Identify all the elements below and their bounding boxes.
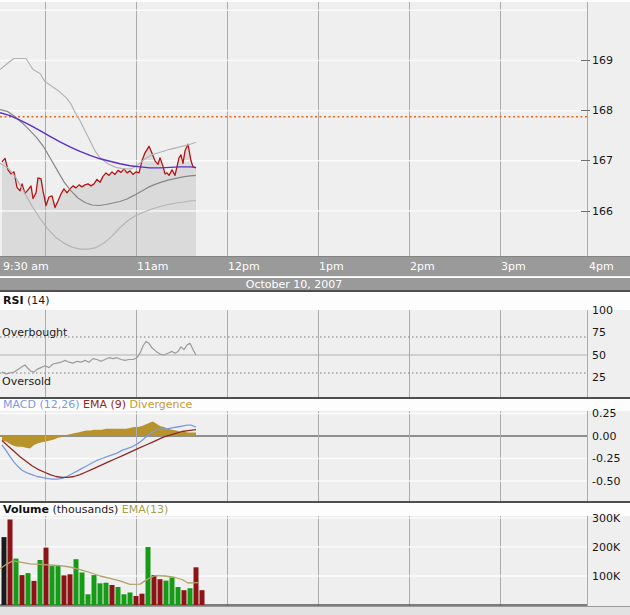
rsi-period: (14): [24, 294, 50, 307]
volume-chart: [0, 516, 588, 606]
overbought-label: Overbought: [2, 326, 67, 339]
axis-tick-label: 167: [592, 154, 613, 167]
macd-signal-title: EMA (9): [83, 398, 126, 411]
macd-header: MACD (12,26) EMA (9) Divergence: [0, 399, 630, 411]
date-bar: October 10, 2007: [0, 277, 630, 291]
time-axis-bar: 9:30 am11am12pm1pm2pm3pm4pm: [0, 256, 630, 276]
time-label: 3pm: [501, 260, 526, 273]
axis-tick-label: 75: [592, 326, 606, 339]
axis-tick-label: -0.50: [592, 475, 620, 488]
time-label: 1pm: [319, 260, 344, 273]
axis-tick-label: 0.25: [592, 407, 617, 420]
volume-header: Volume (thousands) EMA(13): [0, 503, 630, 516]
axis-tick-mark: [581, 110, 590, 111]
axis-tick-mark: [581, 211, 590, 212]
axis-tick-label: 100K: [592, 570, 620, 583]
axis-tick-label: 200K: [592, 541, 620, 554]
stock-chart-app: 169168167166 9:30 am11am12pm1pm2pm3pm4pm…: [0, 0, 630, 615]
volume-panel: [0, 516, 588, 606]
oversold-label: Oversold: [2, 375, 51, 388]
axis-tick-label: 300K: [592, 512, 620, 525]
axis-tick-label: 100: [592, 304, 613, 317]
time-label: 12pm: [228, 260, 260, 273]
axis-tick-label: -0.25: [592, 452, 620, 465]
volume-title: Volume: [3, 503, 49, 516]
axis-tick-mark: [581, 160, 590, 161]
divergence-title: Divergence: [130, 398, 193, 411]
rsi-title: RSI: [3, 294, 24, 307]
rsi-chart: [0, 310, 588, 397]
volume-ema-title: EMA(13): [122, 503, 169, 516]
time-label: 9:30 am: [3, 260, 49, 273]
macd-panel: [0, 411, 588, 501]
axis-tick-mark: [581, 60, 590, 61]
rsi-header: RSI (14): [0, 292, 630, 310]
time-label: 4pm: [589, 260, 614, 273]
bottom-strip: [0, 606, 630, 615]
price-panel: [0, 2, 588, 256]
price-chart: [0, 2, 588, 256]
axis-tick-label: 168: [592, 104, 613, 117]
rsi-panel: Overbought Oversold: [0, 310, 588, 397]
time-label: 2pm: [410, 260, 435, 273]
axis-tick-label: 50: [592, 349, 606, 362]
axis-tick-label: 169: [592, 54, 613, 67]
volume-units: (thousands): [49, 503, 118, 516]
axis-tick-label: 166: [592, 205, 613, 218]
axis-tick-label: 0.00: [592, 430, 617, 443]
macd-chart: [0, 411, 588, 501]
time-label: 11am: [137, 260, 168, 273]
axis-tick-label: 25: [592, 371, 606, 384]
macd-title: MACD (12,26): [3, 398, 80, 411]
